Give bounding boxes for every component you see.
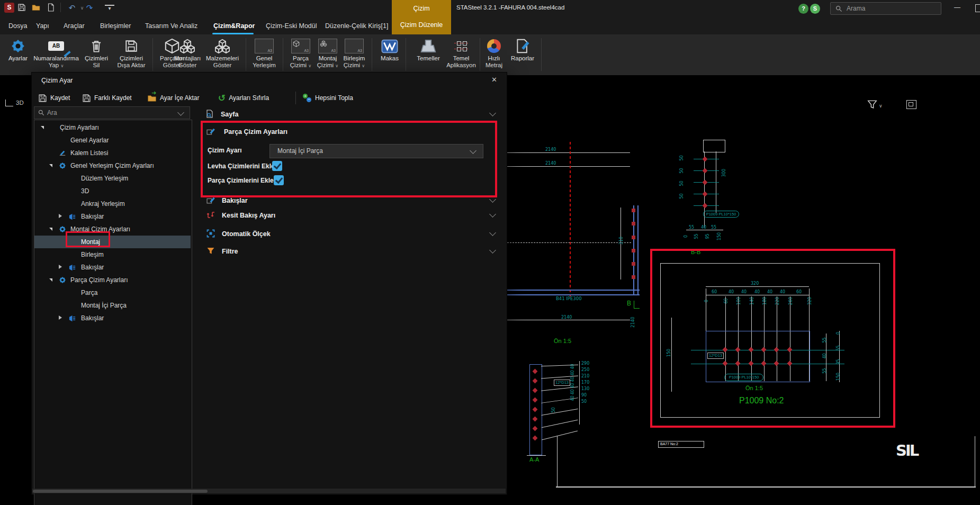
tree-item-genel-ayarlar[interactable]: Genel Ayarlar	[34, 134, 191, 147]
app-logo-icon[interactable]: S	[4, 3, 14, 13]
tree-item-duzlem-yerlesim[interactable]: Düzlem Yerleşim	[34, 172, 191, 185]
section-filtre[interactable]: Filtre	[222, 248, 238, 255]
report-icon	[507, 37, 538, 55]
tree-item-montaj-ici-parca[interactable]: Montaj İçi Parça	[34, 299, 191, 312]
caret-collapsed-icon[interactable]	[59, 315, 62, 320]
canvas-filter-icon[interactable]	[867, 100, 877, 110]
tab-cizim[interactable]: Çizim	[392, 0, 451, 17]
save-button[interactable]: Kaydet	[38, 92, 70, 104]
close-icon[interactable]: ✕	[491, 76, 497, 84]
ribbon-separator	[480, 38, 480, 71]
quick-open-folder-icon[interactable]	[32, 3, 41, 13]
search-placeholder: Arama	[847, 3, 865, 14]
chevron-down-icon[interactable]	[489, 110, 496, 116]
ribbon-genel-yerlesim-button[interactable]: A3 GenelYerleşim	[248, 36, 281, 73]
titlebar-search-input[interactable]: Arama	[830, 2, 941, 15]
menu-dosya[interactable]: Dosya	[5, 19, 30, 33]
section-sayfa[interactable]: Sayfa	[221, 111, 238, 118]
dim-label: 50	[679, 188, 684, 204]
collapse-all-button[interactable]: + − Hepsini Topla	[303, 92, 353, 104]
maximize-button[interactable]	[975, 4, 980, 12]
tree-item-montaj-cizim-ayarlari[interactable]: Montaj Çizim Ayarları	[34, 223, 191, 236]
ribbon-separator	[372, 38, 372, 71]
tree-item-bakislar[interactable]: Bakışlar	[34, 312, 191, 324]
undo-icon[interactable]: ↶	[67, 3, 77, 13]
menu-cizim-rapor[interactable]: Çizim&Rapor	[210, 19, 258, 33]
menu-duzenle-celik-kiris[interactable]: Düzenle-Çelik Kiriş[1]	[322, 19, 391, 33]
gear-icon	[59, 226, 66, 233]
menu-yapi[interactable]: Yapı	[33, 19, 52, 33]
tree-item-kalem-listesi[interactable]: Kalem Listesi	[34, 147, 191, 159]
chevron-down-icon[interactable]	[489, 211, 496, 218]
ribbon-montajlari-goster-button[interactable]: MontajlarıGöster	[169, 36, 205, 73]
ribbon-birlesim-cizimi-button[interactable]: A3 Birleşim Çizimi ∨	[339, 36, 370, 73]
caret-collapsed-icon[interactable]	[59, 265, 62, 269]
tree-item-ankraj-yerlesim[interactable]: Ankraj Yerleşim	[34, 197, 191, 210]
ribbon-malzemeleri-goster-button[interactable]: MalzemeleriGöster	[202, 36, 242, 73]
collapse-all-icon: + −	[303, 94, 312, 103]
tree-item-birlesim[interactable]: Birleşim	[34, 248, 191, 261]
scrollbar-thumb[interactable]	[33, 490, 208, 493]
ribbon-montaj-cizimi-button[interactable]: A3 Montaj Çizimi ∨	[313, 36, 342, 73]
tab-cizim-duzenle[interactable]: Çizim Düzenle	[392, 17, 451, 34]
quick-save-icon[interactable]	[17, 3, 27, 13]
ribbon-temel-aplikasyon-button[interactable]: TemelAplikasyon	[445, 36, 478, 73]
tree-item-montaj[interactable]: Montaj	[34, 236, 191, 248]
tree-item-bakislar[interactable]: Bakışlar	[34, 210, 191, 223]
tree-search-input[interactable]: Ara	[34, 106, 190, 119]
section-otomatik-olcek[interactable]: Otomatik Ölçek	[222, 230, 271, 238]
dim-label: 40	[570, 391, 575, 407]
dim-label: 2140	[561, 315, 572, 320]
ribbon-cizimleri-sil-button[interactable]: ÇizimleriSil	[80, 36, 112, 73]
dim-label: 0	[684, 229, 688, 245]
tree-item-parca-cizim-ayarlari[interactable]: Parça Çizim Ayarları	[34, 274, 191, 286]
caret-expanded-icon[interactable]	[49, 278, 52, 282]
filter-chevron-icon[interactable]: ∨	[879, 103, 883, 109]
chevron-down-icon[interactable]	[489, 229, 496, 236]
ribbon-temeller-button[interactable]: Temeller	[412, 36, 445, 73]
menu-tasarim-ve-analiz[interactable]: Tasarım Ve Analiz	[142, 19, 201, 33]
caret-expanded-icon[interactable]	[49, 228, 52, 231]
annotation-box-panel	[201, 121, 497, 197]
ribbon: Ayarlar AB Numaralandırma Yap ∨ Çizimler…	[0, 34, 980, 76]
chevron-down-icon[interactable]	[177, 109, 184, 116]
minimize-button[interactable]: —	[951, 1, 964, 14]
help-badge[interactable]: ?	[798, 4, 808, 14]
section-kesit-bakis-ayari[interactable]: Kesit Bakış Ayarı	[222, 212, 275, 219]
dim-label: 150	[717, 229, 722, 245]
numbering-icon: AB	[32, 37, 80, 55]
reset-settings-button[interactable]: ↺ Ayarları Sıfırla	[218, 92, 269, 104]
divider	[60, 3, 61, 12]
menu-birlesimler[interactable]: Birleşimler	[97, 19, 134, 33]
redo-icon[interactable]: ↷	[85, 3, 94, 13]
ribbon-raporlar-button[interactable]: Raporlar	[507, 36, 538, 73]
caret-expanded-icon[interactable]	[41, 126, 44, 129]
ribbon-numaralandirma-button[interactable]: AB Numaralandırma Yap ∨	[32, 36, 80, 73]
toolbar-overflow-icon[interactable]: ▾	[105, 5, 114, 12]
chevron-down-icon[interactable]	[489, 247, 496, 254]
dim-label: 170	[581, 380, 589, 385]
ribbon-makas-button[interactable]: Makas	[376, 36, 403, 73]
quick-new-doc-icon[interactable]	[47, 3, 56, 13]
tree-item-3d[interactable]: 3D	[34, 185, 191, 197]
ribbon-cizimleri-disa-aktar-button[interactable]: ÇizimleriDışa Aktar	[112, 36, 150, 73]
tree-item-bakislar[interactable]: Bakışlar	[34, 261, 191, 274]
user-badge[interactable]: S	[810, 4, 820, 14]
ribbon-hizli-metraj-button[interactable]: HızlıMetraj	[482, 36, 506, 73]
section-bakislar[interactable]: Bakışlar	[222, 197, 248, 204]
ribbon-parca-cizimi-button[interactable]: A3 Parça Çizimi ∨	[286, 36, 316, 73]
dim-label: 300	[722, 165, 726, 181]
save-as-button[interactable]: Farklı Kaydet	[82, 92, 132, 104]
caret-expanded-icon[interactable]	[49, 164, 52, 167]
caret-collapsed-icon[interactable]	[59, 214, 62, 218]
tree-item-parca[interactable]: Parça	[34, 286, 191, 299]
canvas-layout-icon[interactable]	[906, 100, 916, 109]
import-settings-button[interactable]: ➜ Ayar İçe Aktar	[147, 92, 199, 104]
menu-cizim-eski-modul[interactable]: Çizim-Eski Modül	[263, 19, 320, 33]
menu-araclar[interactable]: Araçlar	[60, 19, 88, 33]
tree-item-cizim-ayarlari[interactable]: Çizim Ayarları	[34, 121, 191, 134]
ribbon-separator	[152, 38, 153, 71]
ribbon-ayarlar-button[interactable]: Ayarlar	[4, 36, 32, 73]
tree-item-genel-yerlesim-cizim-ayarlari[interactable]: Genel Yerleşim Çizim Ayarları	[34, 159, 191, 172]
workspace-tab-group[interactable]: Çizim Çizim Düzenle	[392, 0, 451, 34]
